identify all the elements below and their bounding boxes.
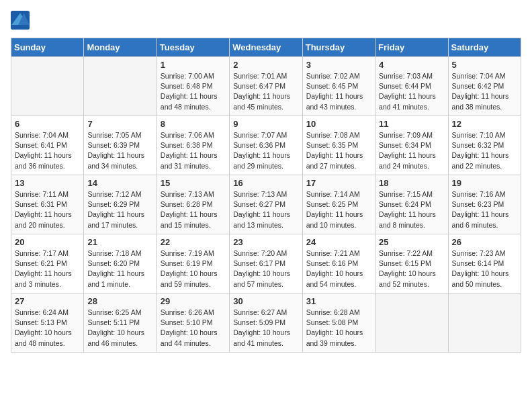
day-info: Sunrise: 7:13 AMSunset: 6:28 PMDaylight:… [161, 189, 226, 230]
day-info: Sunrise: 7:02 AMSunset: 6:45 PMDaylight:… [306, 71, 371, 112]
day-info: Sunrise: 6:28 AMSunset: 5:08 PMDaylight:… [306, 308, 371, 349]
calendar-cell: 2Sunrise: 7:01 AMSunset: 6:47 PMDaylight… [230, 57, 302, 116]
day-number: 24 [306, 237, 371, 247]
day-number: 18 [379, 178, 444, 188]
calendar-cell: 28Sunrise: 6:25 AMSunset: 5:11 PMDayligh… [84, 293, 157, 353]
day-info: Sunrise: 6:24 AMSunset: 5:13 PMDaylight:… [15, 308, 80, 349]
day-info: Sunrise: 7:22 AMSunset: 6:15 PMDaylight:… [379, 248, 444, 289]
calendar-cell: 29Sunrise: 6:26 AMSunset: 5:10 PMDayligh… [157, 293, 229, 353]
day-info: Sunrise: 7:06 AMSunset: 6:38 PMDaylight:… [161, 130, 226, 171]
day-number: 9 [233, 119, 298, 129]
calendar-cell: 30Sunrise: 6:27 AMSunset: 5:09 PMDayligh… [230, 293, 302, 353]
day-number: 2 [233, 60, 298, 70]
day-number: 27 [15, 296, 80, 306]
calendar-cell: 10Sunrise: 7:08 AMSunset: 6:35 PMDayligh… [302, 116, 375, 175]
day-number: 12 [452, 119, 517, 129]
calendar-cell: 6Sunrise: 7:04 AMSunset: 6:41 PMDaylight… [11, 116, 84, 175]
calendar-cell: 12Sunrise: 7:10 AMSunset: 6:32 PMDayligh… [448, 116, 521, 175]
day-number: 30 [233, 296, 298, 306]
calendar-cell: 15Sunrise: 7:13 AMSunset: 6:28 PMDayligh… [157, 175, 229, 234]
weekday-header-sunday: Sunday [11, 38, 84, 57]
calendar-cell: 27Sunrise: 6:24 AMSunset: 5:13 PMDayligh… [11, 293, 84, 353]
calendar-cell: 23Sunrise: 7:20 AMSunset: 6:17 PMDayligh… [230, 234, 302, 293]
day-number: 11 [379, 119, 444, 129]
day-number: 13 [15, 178, 80, 188]
calendar-cell: 31Sunrise: 6:28 AMSunset: 5:08 PMDayligh… [302, 293, 375, 353]
day-info: Sunrise: 7:19 AMSunset: 6:19 PMDaylight:… [161, 248, 226, 289]
weekday-header-thursday: Thursday [302, 38, 375, 57]
calendar-cell: 24Sunrise: 7:21 AMSunset: 6:16 PMDayligh… [302, 234, 375, 293]
day-info: Sunrise: 6:27 AMSunset: 5:09 PMDaylight:… [233, 308, 298, 349]
day-info: Sunrise: 7:17 AMSunset: 6:21 PMDaylight:… [15, 248, 80, 289]
weekday-header-tuesday: Tuesday [157, 38, 229, 57]
day-info: Sunrise: 7:23 AMSunset: 6:14 PMDaylight:… [452, 248, 517, 289]
day-number: 31 [306, 296, 371, 306]
calendar-table: SundayMondayTuesdayWednesdayThursdayFrid… [11, 38, 521, 353]
week-row-5: 27Sunrise: 6:24 AMSunset: 5:13 PMDayligh… [11, 293, 521, 353]
calendar-cell: 9Sunrise: 7:07 AMSunset: 6:36 PMDaylight… [230, 116, 302, 175]
day-number: 20 [15, 237, 80, 247]
day-info: Sunrise: 7:15 AMSunset: 6:24 PMDaylight:… [379, 189, 444, 230]
weekday-header-saturday: Saturday [448, 38, 521, 57]
day-number: 8 [161, 119, 226, 129]
calendar-cell [448, 293, 521, 353]
weekday-header-monday: Monday [84, 38, 157, 57]
day-info: Sunrise: 7:10 AMSunset: 6:32 PMDaylight:… [452, 130, 517, 171]
logo-icon [11, 11, 30, 30]
day-info: Sunrise: 7:08 AMSunset: 6:35 PMDaylight:… [306, 130, 371, 171]
calendar-cell: 16Sunrise: 7:13 AMSunset: 6:27 PMDayligh… [230, 175, 302, 234]
day-info: Sunrise: 7:01 AMSunset: 6:47 PMDaylight:… [233, 71, 298, 112]
day-info: Sunrise: 7:07 AMSunset: 6:36 PMDaylight:… [233, 130, 298, 171]
day-number: 28 [87, 296, 152, 306]
logo [11, 11, 32, 30]
page-header [11, 11, 521, 30]
day-info: Sunrise: 7:11 AMSunset: 6:31 PMDaylight:… [15, 189, 80, 230]
day-number: 16 [233, 178, 298, 188]
calendar-cell: 11Sunrise: 7:09 AMSunset: 6:34 PMDayligh… [375, 116, 448, 175]
week-row-3: 13Sunrise: 7:11 AMSunset: 6:31 PMDayligh… [11, 175, 521, 234]
day-info: Sunrise: 7:16 AMSunset: 6:23 PMDaylight:… [452, 189, 517, 230]
calendar-cell: 14Sunrise: 7:12 AMSunset: 6:29 PMDayligh… [84, 175, 157, 234]
day-number: 25 [379, 237, 444, 247]
day-info: Sunrise: 7:13 AMSunset: 6:27 PMDaylight:… [233, 189, 298, 230]
day-number: 26 [452, 237, 517, 247]
day-number: 4 [379, 60, 444, 70]
day-info: Sunrise: 7:18 AMSunset: 6:20 PMDaylight:… [87, 248, 152, 289]
day-number: 7 [87, 119, 152, 129]
calendar-cell: 25Sunrise: 7:22 AMSunset: 6:15 PMDayligh… [375, 234, 448, 293]
day-number: 1 [161, 60, 226, 70]
calendar-cell: 3Sunrise: 7:02 AMSunset: 6:45 PMDaylight… [302, 57, 375, 116]
calendar-cell: 20Sunrise: 7:17 AMSunset: 6:21 PMDayligh… [11, 234, 84, 293]
day-number: 17 [306, 178, 371, 188]
day-info: Sunrise: 7:05 AMSunset: 6:39 PMDaylight:… [87, 130, 152, 171]
calendar-cell: 19Sunrise: 7:16 AMSunset: 6:23 PMDayligh… [448, 175, 521, 234]
day-info: Sunrise: 7:12 AMSunset: 6:29 PMDaylight:… [87, 189, 152, 230]
weekday-header-row: SundayMondayTuesdayWednesdayThursdayFrid… [11, 38, 521, 57]
calendar-cell: 1Sunrise: 7:00 AMSunset: 6:48 PMDaylight… [157, 57, 229, 116]
day-number: 15 [161, 178, 226, 188]
calendar-cell: 21Sunrise: 7:18 AMSunset: 6:20 PMDayligh… [84, 234, 157, 293]
week-row-1: 1Sunrise: 7:00 AMSunset: 6:48 PMDaylight… [11, 57, 521, 116]
day-number: 10 [306, 119, 371, 129]
day-number: 29 [161, 296, 226, 306]
day-info: Sunrise: 7:00 AMSunset: 6:48 PMDaylight:… [161, 71, 226, 112]
calendar-cell [375, 293, 448, 353]
day-number: 6 [15, 119, 80, 129]
weekday-header-wednesday: Wednesday [230, 38, 302, 57]
day-number: 22 [161, 237, 226, 247]
weekday-header-friday: Friday [375, 38, 448, 57]
day-info: Sunrise: 7:04 AMSunset: 6:41 PMDaylight:… [15, 130, 80, 171]
day-info: Sunrise: 6:26 AMSunset: 5:10 PMDaylight:… [161, 308, 226, 349]
calendar-cell: 13Sunrise: 7:11 AMSunset: 6:31 PMDayligh… [11, 175, 84, 234]
week-row-4: 20Sunrise: 7:17 AMSunset: 6:21 PMDayligh… [11, 234, 521, 293]
calendar-cell: 22Sunrise: 7:19 AMSunset: 6:19 PMDayligh… [157, 234, 229, 293]
calendar-cell: 7Sunrise: 7:05 AMSunset: 6:39 PMDaylight… [84, 116, 157, 175]
day-number: 19 [452, 178, 517, 188]
day-number: 23 [233, 237, 298, 247]
day-number: 14 [87, 178, 152, 188]
day-info: Sunrise: 7:09 AMSunset: 6:34 PMDaylight:… [379, 130, 444, 171]
calendar-cell: 8Sunrise: 7:06 AMSunset: 6:38 PMDaylight… [157, 116, 229, 175]
calendar-cell [84, 57, 157, 116]
calendar-cell: 26Sunrise: 7:23 AMSunset: 6:14 PMDayligh… [448, 234, 521, 293]
day-info: Sunrise: 7:21 AMSunset: 6:16 PMDaylight:… [306, 248, 371, 289]
